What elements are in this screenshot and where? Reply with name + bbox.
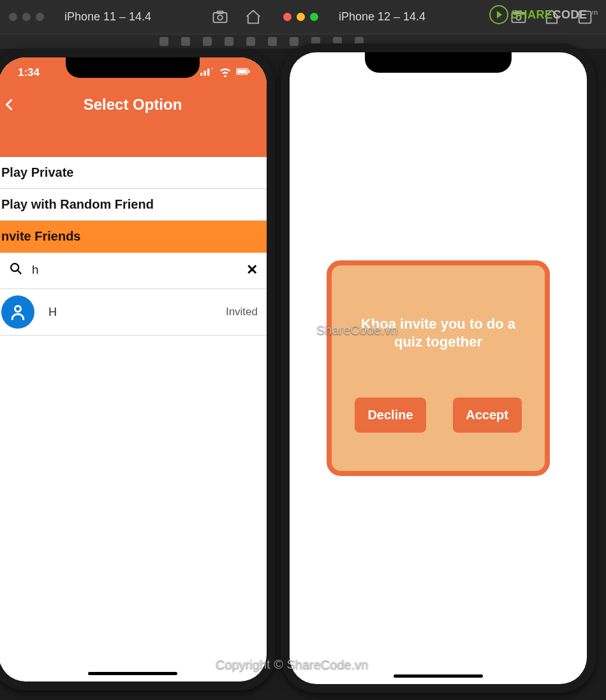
mac-window-titlebar-left: iPhone 11 – 14.4 [0,0,274,34]
svg-point-16 [15,306,21,312]
window-title: iPhone 11 – 14.4 [64,10,151,24]
accept-button[interactable]: Accept [453,398,522,433]
svg-rect-8 [204,70,206,75]
friend-search-row: ✕ [0,253,267,289]
battery-icon [236,64,250,82]
screenshot-icon[interactable] [209,8,231,26]
search-input[interactable] [32,263,237,277]
home-icon[interactable] [242,8,264,26]
invite-message: Khoa invite you to do a quiz together [346,315,531,350]
option-list: Play Private Play with Random Friend nvi… [0,157,267,253]
search-icon [9,262,23,278]
svg-point-4 [516,15,521,19]
svg-rect-9 [207,68,209,75]
option-label: Play Private [1,165,73,179]
zoom-dot[interactable] [310,13,318,21]
device-notch [66,57,200,78]
svg-rect-6 [579,11,591,23]
svg-point-14 [11,264,18,271]
svg-rect-12 [237,69,248,73]
option-label: Play with Random Friend [1,197,154,211]
nav-bar: Select Option [0,88,267,121]
svg-rect-3 [512,13,526,22]
minimize-dot[interactable] [22,13,31,21]
device-notch [365,52,512,73]
window-traffic-lights [9,13,44,21]
zoom-dot[interactable] [36,13,44,21]
status-time: 1:34 [18,66,40,79]
close-dot[interactable] [9,13,17,21]
minimize-dot[interactable] [297,13,305,21]
friend-name: H [48,306,57,319]
svg-line-15 [18,271,21,274]
simulator-iphone-12: 1:34 Khoa invite you to do a quiz togeth… [281,43,596,693]
invite-modal-overlay: Khoa invite you to do a quiz together De… [290,52,587,684]
invite-modal: Khoa invite you to do a quiz together De… [327,260,550,476]
window-traffic-lights [283,13,318,21]
simulator-iphone-11: 1:34 Select Option [0,48,276,690]
option-invite-friends[interactable]: nvite Friends [0,221,267,253]
home-icon[interactable] [541,8,563,26]
clear-search-icon[interactable]: ✕ [246,262,258,278]
signal-icon [200,64,214,82]
close-dot[interactable] [283,13,292,21]
window-title: iPhone 12 – 14.4 [339,10,425,24]
friend-row[interactable]: H Invited [0,289,267,336]
friend-status: Invited [226,306,258,318]
svg-rect-13 [249,70,250,73]
option-play-private[interactable]: Play Private [0,157,267,189]
option-play-random-friend[interactable]: Play with Random Friend [0,189,267,221]
svg-rect-0 [214,13,227,22]
settings-icon[interactable] [574,8,596,26]
svg-rect-7 [200,73,202,75]
home-indicator[interactable] [394,674,483,678]
svg-point-1 [218,15,222,19]
avatar-icon [1,295,34,329]
page-title: Select Option [0,96,267,114]
back-button[interactable] [0,94,20,115]
option-label: nvite Friends [1,229,80,243]
screenshot-icon[interactable] [508,8,529,26]
wifi-icon [218,64,232,82]
decline-button[interactable]: Decline [355,398,425,433]
home-indicator[interactable] [88,672,177,675]
mac-window-titlebar-right: iPhone 12 – 14.4 [274,0,606,34]
svg-point-10 [212,68,213,69]
